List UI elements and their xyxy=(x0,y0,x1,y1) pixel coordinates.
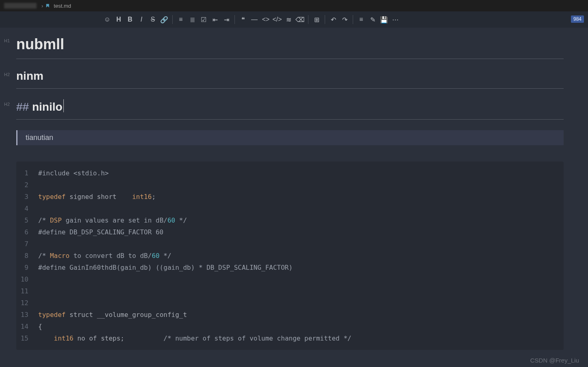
heading-h1-text[interactable]: nubmll xyxy=(16,36,564,59)
line-number: 5 xyxy=(16,214,38,226)
toolbar-bold-button[interactable]: B xyxy=(124,14,136,25)
editor-content[interactable]: H1 nubmll H2 ninm H2 ## ninilo tianutian… xyxy=(0,28,588,367)
code-line[interactable]: 11 xyxy=(16,285,564,297)
toolbar-emoji-button[interactable]: ☺ xyxy=(102,14,113,25)
toolbar-separator xyxy=(308,15,308,24)
code-content: typedef signed short int16; xyxy=(38,191,156,203)
code-line[interactable]: 3typedef signed short int16; xyxy=(16,191,564,203)
breadcrumb-root-blurred xyxy=(4,3,37,9)
toolbar-separator xyxy=(353,15,353,24)
editor-toolbar: ☺HBIS🔗≡≣☑⇤⇥❝—<></>≋⌫⊞↶↷≡✎💾⋯ 984 xyxy=(0,11,588,28)
blockquote[interactable]: tianutian xyxy=(16,130,564,145)
line-number: 12 xyxy=(16,297,38,309)
line-number: 13 xyxy=(16,309,38,321)
line-number: 10 xyxy=(16,273,38,285)
code-line[interactable]: 10 xyxy=(16,273,564,285)
heading-h1-block[interactable]: H1 nubmll xyxy=(16,36,564,59)
code-content: typedef struct __volume_group_config_t xyxy=(38,309,187,321)
markdown-hash-prefix: ## xyxy=(16,100,32,113)
toolbar-link-button[interactable]: 🔗 xyxy=(158,14,170,25)
code-line[interactable]: 2 xyxy=(16,179,564,191)
toolbar-outdent-button[interactable]: ⇤ xyxy=(209,14,221,25)
toolbar-more-button[interactable]: ⋯ xyxy=(390,14,401,25)
toolbar-separator xyxy=(172,15,173,24)
heading-text-content: ninilo xyxy=(32,100,63,113)
toolbar-code-pair-button[interactable]: <> xyxy=(260,14,271,25)
code-block[interactable]: 1#include <stdio.h>23typedef signed shor… xyxy=(16,162,564,350)
toolbar-align-button[interactable]: ≡ xyxy=(356,14,367,25)
code-content: { xyxy=(38,321,42,332)
toolbar-separator xyxy=(325,15,325,24)
line-number: 11 xyxy=(16,285,38,297)
heading-level-label: H2 xyxy=(4,72,10,77)
breadcrumb-file[interactable]: test.md xyxy=(54,3,71,9)
toolbar-format-button[interactable]: ≋ xyxy=(283,14,294,25)
code-content: int16 no of steps; /* number of steps of… xyxy=(38,332,351,344)
heading-level-label: H2 xyxy=(4,102,10,107)
code-line[interactable]: 13typedef struct __volume_group_config_t xyxy=(16,309,564,321)
heading-h2-block[interactable]: H2 ninm xyxy=(16,70,564,89)
toolbar-hr-button[interactable]: — xyxy=(249,14,260,25)
toolbar-table-button[interactable]: ⊞ xyxy=(311,14,322,25)
toolbar-task-button[interactable]: ☑ xyxy=(198,14,209,25)
line-number: 15 xyxy=(16,332,38,344)
toolbar-ul-button[interactable]: ≡ xyxy=(175,14,187,25)
line-number: 3 xyxy=(16,191,38,203)
heading-h2-text[interactable]: ninm xyxy=(16,70,564,89)
line-number: 7 xyxy=(16,238,38,250)
code-line[interactable]: 9#define GainIn60thdB(gain_db) ((gain_db… xyxy=(16,262,564,273)
line-number: 4 xyxy=(16,203,38,214)
code-line[interactable]: 15 int16 no of steps; /* number of steps… xyxy=(16,332,564,344)
code-content: /* DSP gain values are set in dB/60 */ xyxy=(38,214,187,226)
toolbar-edit-button[interactable]: ✎ xyxy=(367,14,378,25)
code-content: /* Macro to convert dB to dB/60 */ xyxy=(38,250,171,262)
toolbar-heading-button[interactable]: H xyxy=(113,14,124,25)
toolbar-strike-button[interactable]: S xyxy=(147,14,158,25)
code-content: #include <stdio.h> xyxy=(38,167,108,179)
line-number: 8 xyxy=(16,250,38,262)
heading-h2-raw-text[interactable]: ## ninilo xyxy=(16,99,564,120)
text-cursor xyxy=(63,99,64,112)
line-number: 2 xyxy=(16,179,38,191)
code-content: #define GainIn60thdB(gain_db) ((gain_db)… xyxy=(38,262,293,273)
toolbar-clear-button[interactable]: ⌫ xyxy=(294,14,306,25)
code-line[interactable]: 14{ xyxy=(16,321,564,332)
toolbar-ol-button[interactable]: ≣ xyxy=(187,14,198,25)
code-line[interactable]: 4 xyxy=(16,203,564,214)
code-line[interactable]: 8/* Macro to convert dB to dB/60 */ xyxy=(16,250,564,262)
toolbar-indent-button[interactable]: ⇥ xyxy=(221,14,232,25)
toolbar-italic-button[interactable]: I xyxy=(136,14,147,25)
line-number: 1 xyxy=(16,167,38,179)
code-line[interactable]: 7 xyxy=(16,238,564,250)
code-content: #define DB_DSP_SCALING_FACTOR 60 xyxy=(38,226,163,238)
markdown-file-icon xyxy=(46,3,51,9)
toolbar-quote-button[interactable]: ❝ xyxy=(237,14,249,25)
code-line[interactable]: 1#include <stdio.h> xyxy=(16,167,564,179)
watermark-text: CSDN @Frey_Liu xyxy=(530,357,579,364)
code-line[interactable]: 6#define DB_DSP_SCALING_FACTOR 60 xyxy=(16,226,564,238)
toolbar-code-button[interactable]: </> xyxy=(271,14,283,25)
code-line[interactable]: 12 xyxy=(16,297,564,309)
code-line[interactable]: 5/* DSP gain values are set in dB/60 */ xyxy=(16,214,564,226)
breadcrumb-separator: › xyxy=(41,3,43,9)
heading-level-label: H1 xyxy=(4,38,10,43)
word-count-badge: 984 xyxy=(571,15,584,23)
toolbar-undo-button[interactable]: ↶ xyxy=(328,14,339,25)
toolbar-separator xyxy=(234,15,235,24)
heading-h2-raw-block[interactable]: H2 ## ninilo xyxy=(16,99,564,120)
line-number: 14 xyxy=(16,321,38,332)
line-number: 9 xyxy=(16,262,38,273)
toolbar-redo-button[interactable]: ↷ xyxy=(339,14,350,25)
breadcrumb: › test.md xyxy=(0,0,588,11)
line-number: 6 xyxy=(16,226,38,238)
toolbar-save-button[interactable]: 💾 xyxy=(378,14,390,25)
